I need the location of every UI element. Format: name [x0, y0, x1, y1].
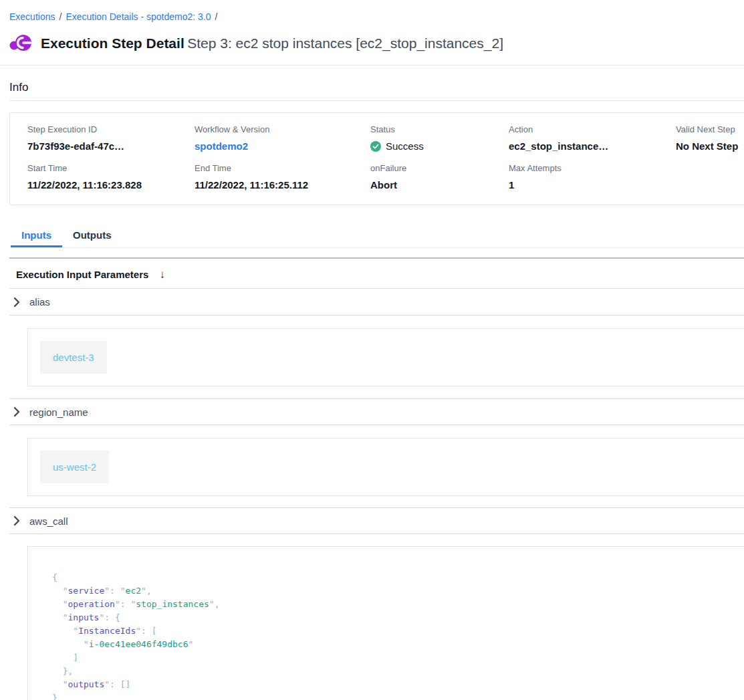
field-start-time: Start Time 11/22/2022, 11:16:23.828 — [27, 163, 195, 191]
field-step-execution-id: Step Execution ID 7b73f93e-edaf-47c… — [27, 124, 195, 152]
field-label: Status — [370, 124, 509, 135]
chevron-right-icon — [13, 406, 20, 417]
info-section-header: Info — [9, 66, 744, 101]
field-value: 11/22/2022, 11:16:23.828 — [27, 179, 195, 191]
field-label: Workflow & Version — [195, 124, 370, 135]
breadcrumb-separator: / — [59, 11, 61, 22]
tab-inputs[interactable]: Inputs — [11, 229, 62, 247]
field-label: Max Attempts — [509, 163, 676, 174]
value-chip-region-name: us-west-2 — [40, 451, 109, 483]
tab-bar: Inputs Outputs — [11, 229, 744, 248]
field-valid-next-step: Valid Next Step No Next Step — [676, 124, 744, 152]
page-header: Executions/Execution Details - spotdemo2… — [0, 11, 744, 66]
page-subtitle: Step 3: ec2 stop instances [ec2_stop_ins… — [187, 35, 503, 51]
field-label: End Time — [195, 163, 370, 174]
download-arrow-icon[interactable]: ↓ — [159, 269, 165, 280]
param-value-panel-aws-call: { "service": "ec2", "operation": "stop_i… — [27, 546, 744, 700]
breadcrumb-link-execution-details[interactable]: Execution Details - spotdemo2: 3.0 — [66, 11, 211, 22]
app-logo-icon — [9, 34, 32, 53]
page-title: Execution Step Detail — [41, 35, 184, 51]
info-card: Step Execution ID 7b73f93e-edaf-47c… Wor… — [9, 112, 744, 205]
execution-input-parameters-title: Execution Input Parameters — [16, 269, 148, 280]
status-text: Success — [386, 140, 424, 152]
field-label: onFailure — [370, 163, 509, 174]
field-label: Start Time — [27, 163, 195, 174]
param-row-aws-call[interactable]: aws_call — [9, 507, 744, 534]
chevron-right-icon — [13, 297, 20, 308]
breadcrumb-link-executions[interactable]: Executions — [9, 11, 55, 22]
param-name: aws_call — [29, 515, 68, 527]
field-end-time: End Time 11/22/2022, 11:16:25.112 — [195, 163, 370, 191]
param-value-panel-alias: devtest-3 — [27, 328, 744, 386]
breadcrumb: Executions/Execution Details - spotdemo2… — [9, 11, 744, 23]
field-label: Valid Next Step — [676, 124, 744, 135]
field-max-attempts: Max Attempts 1 — [509, 163, 676, 191]
breadcrumb-separator: / — [215, 11, 218, 22]
field-value: 7b73f93e-edaf-47c… — [27, 140, 195, 152]
param-value-panel-region-name: us-west-2 — [27, 438, 744, 496]
field-action: Action ec2_stop_instance… — [509, 124, 676, 152]
field-value: ec2_stop_instance… — [509, 140, 676, 152]
execution-input-parameters-header: Execution Input Parameters ↓ — [9, 259, 744, 289]
field-value: 1 — [509, 179, 676, 191]
title-group: Execution Step Detail Step 3: ec2 stop i… — [41, 32, 503, 55]
field-label: Step Execution ID — [27, 124, 195, 135]
param-row-region-name[interactable]: region_name — [9, 398, 744, 425]
field-value: Abort — [370, 179, 509, 191]
info-section-title: Info — [9, 81, 28, 94]
aws-call-code: { "service": "ec2", "operation": "stop_i… — [52, 571, 735, 700]
param-name: alias — [29, 296, 50, 308]
field-status: Status Success — [370, 124, 509, 152]
field-workflow-version: Workflow & Version spotdemo2 — [195, 124, 370, 152]
success-check-icon — [370, 141, 381, 152]
execution-step-detail-page: Executions/Execution Details - spotdemo2… — [0, 0, 744, 700]
param-name: region_name — [29, 406, 88, 418]
field-label: Action — [509, 124, 676, 135]
field-value: 11/22/2022, 11:16:25.112 — [195, 179, 370, 191]
value-chip-alias: devtest-3 — [40, 341, 107, 374]
tab-outputs[interactable]: Outputs — [62, 229, 122, 247]
param-row-alias[interactable]: alias — [9, 289, 744, 316]
field-onfailure: onFailure Abort — [370, 163, 509, 191]
chevron-right-icon — [13, 515, 20, 526]
field-value: No Next Step — [676, 140, 744, 152]
workflow-version-link[interactable]: spotdemo2 — [195, 140, 248, 152]
